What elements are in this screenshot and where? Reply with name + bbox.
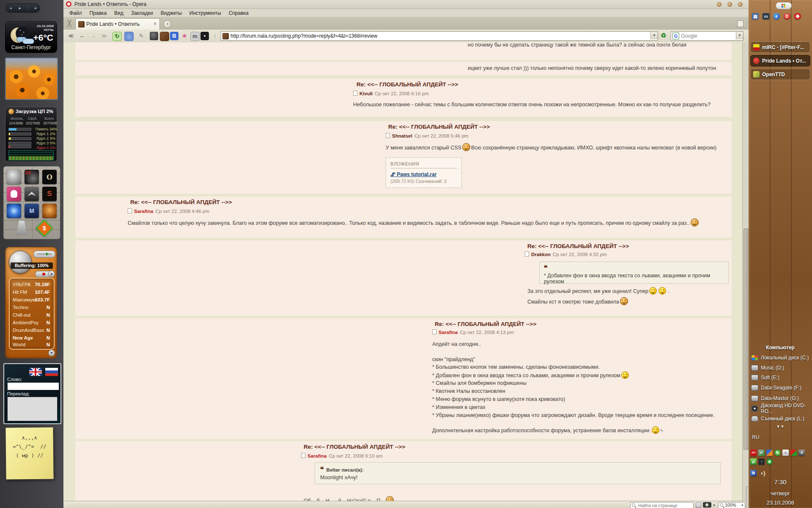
- reload-icon[interactable]: ↻: [112, 32, 122, 41]
- lion-bookmark-icon[interactable]: [160, 32, 169, 41]
- drive-item-f[interactable]: Data-Seagate (F:): [751, 383, 812, 392]
- menu-edit[interactable]: Правка: [90, 10, 107, 16]
- pencil-icon[interactable]: ✎: [137, 32, 145, 40]
- address-bar[interactable]: ▼: [221, 31, 658, 41]
- new-tab-button[interactable]: +: [164, 20, 171, 28]
- tray-icon-printer[interactable]: ≡: [782, 450, 789, 456]
- m-bookmark-icon[interactable]: m: [190, 32, 200, 41]
- post-author[interactable]: Drakkon: [531, 252, 551, 257]
- tray-icon-antivirus[interactable]: ✔: [758, 450, 765, 456]
- post-author[interactable]: Kivuli: [359, 91, 373, 96]
- menu-bookmarks[interactable]: Закладки: [131, 10, 153, 16]
- menu-tools[interactable]: Инструменты: [189, 10, 221, 16]
- desktop-icon-4[interactable]: [7, 187, 21, 201]
- flower-bookmark-icon[interactable]: ❀: [180, 32, 189, 40]
- taskbar-item-pride-lands[interactable]: Pride Lands • От...: [750, 55, 810, 66]
- tray-icon-security[interactable]: [790, 450, 797, 456]
- upload-icon[interactable]: ↑: [211, 32, 219, 40]
- menu-file[interactable]: Файл: [69, 10, 82, 16]
- widget-cross-icon[interactable]: ✚: [794, 13, 801, 19]
- station-row[interactable]: Chill-outN: [13, 312, 50, 320]
- tray-icon-card[interactable]: ▪: [758, 458, 765, 465]
- title-bar[interactable]: Pride Lands • Ответить - Opera: [63, 0, 749, 9]
- find-input[interactable]: [637, 502, 692, 508]
- widget-back-icon[interactable]: ◄: [9, 6, 12, 10]
- attachment-link[interactable]: 🖇 Paws tutorial.rar: [390, 171, 436, 177]
- post-title[interactable]: Re: <<-- ГЛОБАЛЬНЫЙ АПДЕЙТ -->>: [304, 444, 405, 450]
- desktop-icon-6[interactable]: S: [42, 187, 57, 201]
- tab-list-icon[interactable]: [737, 20, 743, 27]
- panels-toggle-icon[interactable]: ╳: [68, 20, 71, 27]
- station-row[interactable]: AmbientPsyN: [13, 320, 50, 328]
- menu-view[interactable]: Вид: [114, 10, 123, 16]
- play-slider[interactable]: [33, 251, 55, 258]
- b-bookmark-icon[interactable]: B: [170, 32, 178, 40]
- back-icon[interactable]: ←: [78, 32, 86, 40]
- widget-nav-pill[interactable]: ◄ ► +: [5, 3, 40, 13]
- post-title[interactable]: Re: <<-- ГЛОБАЛЬНЫЙ АПДЕЙТ -->>: [130, 199, 232, 205]
- drive-item-c[interactable]: Локальный диск (C:): [751, 353, 812, 362]
- tab-pride-lands[interactable]: Pride Lands • Ответить ×: [75, 18, 160, 30]
- translation-output[interactable]: [7, 397, 58, 421]
- find-on-page-box[interactable]: [630, 502, 694, 508]
- post-title[interactable]: Re: <<-- ГЛОБАЛЬНЫЙ АПДЕЙТ -->>: [527, 243, 629, 249]
- desktop-icon-8[interactable]: M: [25, 204, 39, 218]
- post-author[interactable]: Shnatsel: [392, 133, 412, 138]
- language-indicator[interactable]: RU: [749, 434, 812, 440]
- widget-add-icon[interactable]: +: [34, 6, 36, 11]
- fast-forward-icon[interactable]: ≫: [100, 32, 108, 40]
- drive-item-e[interactable]: Soft (E:): [751, 373, 812, 382]
- images-dropdown-icon[interactable]: ▼: [713, 504, 716, 507]
- station-row[interactable]: Максимум103.7F: [13, 297, 50, 305]
- post-author[interactable]: Sarafina: [439, 330, 458, 335]
- clock-time[interactable]: 7:30: [749, 478, 812, 486]
- volume-knob[interactable]: [9, 251, 32, 273]
- desktop-icon-7[interactable]: [7, 204, 21, 218]
- search-box[interactable]: G Google ▼: [671, 31, 743, 41]
- station-row[interactable]: УЛЬТРА70.19F: [13, 282, 50, 290]
- station-row[interactable]: Hit FM107.4F: [13, 290, 50, 297]
- scroll-down-icon[interactable]: ▼: [48, 350, 55, 356]
- tray-icon-monitor[interactable]: ıl: [798, 450, 805, 456]
- drive-item-g[interactable]: Data-Maxtor (G:): [751, 394, 812, 403]
- station-row[interactable]: TechnoN: [13, 305, 50, 312]
- zoom-dropdown-icon[interactable]: ▼: [741, 504, 744, 507]
- post-title[interactable]: Re: <<-- ГЛОБАЛЬНЫЙ АПДЕЙТ -->>: [435, 321, 536, 327]
- drive-item-dvd[interactable]: Дисковод HD DVD-RO...: [751, 404, 812, 413]
- weather-widget[interactable]: 24.10.2008НОЧЬ +6°C Санкт-Петербург: [5, 21, 57, 53]
- post-author[interactable]: Sarafina: [134, 209, 153, 214]
- volume-icon[interactable]: ◖): [760, 470, 766, 476]
- uk-flag-icon[interactable]: [29, 367, 42, 376]
- drive-item-d[interactable]: Music (D:): [751, 363, 812, 373]
- desktop-icon-5[interactable]: [25, 187, 39, 201]
- post-page-icon[interactable]: [525, 251, 529, 257]
- start-button[interactable]: [776, 2, 792, 9]
- post-page-icon[interactable]: [128, 208, 132, 213]
- station-row[interactable]: WorldN: [13, 342, 50, 350]
- vertical-scrollbar[interactable]: [742, 42, 749, 501]
- taskbar-item-openttd[interactable]: OpenTTD: [750, 69, 810, 80]
- fit-width-icon[interactable]: [696, 502, 701, 508]
- desktop-icon-2[interactable]: DT: [25, 170, 39, 184]
- post-author[interactable]: Sarafina: [307, 453, 326, 458]
- ie-icon[interactable]: e: [773, 13, 780, 19]
- opera-quick-icon[interactable]: O: [784, 13, 790, 19]
- drive-item-removable[interactable]: Съемный диск (L:): [751, 414, 812, 423]
- widget-forward-icon[interactable]: ►: [18, 6, 22, 10]
- tray-icon-utorrent[interactable]: µ: [750, 458, 757, 465]
- home-icon[interactable]: ⌂: [124, 32, 134, 41]
- ru-flag-icon[interactable]: [45, 367, 58, 376]
- app-bookmark-icon[interactable]: ▪: [200, 32, 209, 40]
- taskbar-item-mirc[interactable]: mIRC - [#Piter-F...: [750, 41, 810, 53]
- tray-icon-sync[interactable]: ↻: [774, 450, 781, 456]
- monitor-icon[interactable]: ▭: [763, 13, 769, 19]
- desktop-icon-9[interactable]: [42, 204, 57, 218]
- tab-close-icon[interactable]: ×: [154, 21, 156, 27]
- post-page-icon[interactable]: [386, 133, 390, 138]
- rewind-icon[interactable]: ≪: [67, 32, 75, 40]
- forward-icon[interactable]: →: [89, 32, 97, 40]
- zoom-control[interactable]: 100% ▼: [718, 502, 745, 508]
- desktop-icon-11[interactable]: $: [36, 219, 53, 237]
- desktop-icon-1[interactable]: [7, 170, 21, 184]
- restore-button[interactable]: [727, 2, 732, 7]
